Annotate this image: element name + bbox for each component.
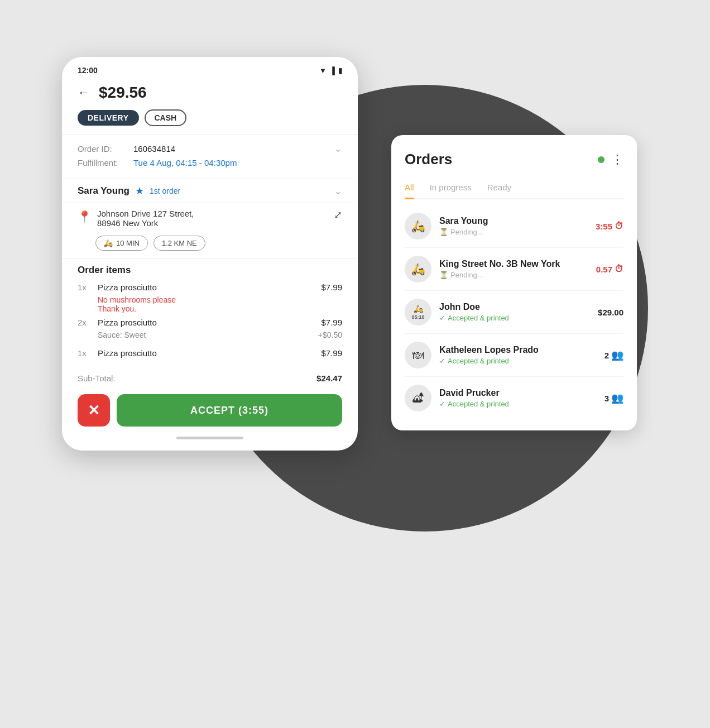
bike-icon: 🛵 — [104, 239, 113, 247]
chevron-icon: ⌄ — [334, 142, 342, 155]
status-bar: 12:00 ▼ ▐ ▮ — [62, 57, 358, 79]
order-status: ✓ Accepted & printed — [439, 357, 597, 365]
reject-icon: ✕ — [88, 402, 100, 419]
customer-section[interactable]: Sara Young ★ 1st order ⌄ — [62, 179, 358, 203]
action-buttons: ✕ ACCEPT (3:55) — [62, 386, 358, 431]
order-status: ✓ Accepted & printed — [439, 400, 597, 408]
order-item-row: 1x Pizza prosciutto $7.99 — [78, 282, 342, 292]
order-meta-price: $29.00 — [598, 308, 623, 317]
order-customer-name: Sara Young — [439, 216, 588, 226]
people-icon: 👥 — [611, 349, 623, 361]
accept-label: ACCEPT (3:55) — [190, 405, 268, 416]
order-list-item[interactable]: 🏕 David Prucker ✓ Accepted & printed 3 👥 — [405, 377, 623, 419]
delivery-badge: DELIVERY — [78, 110, 139, 126]
order-info: David Prucker ✓ Accepted & printed — [439, 388, 597, 408]
phone-card: 12:00 ▼ ▐ ▮ ← $29.56 DELIVERY CASH Order… — [62, 57, 358, 451]
item-note: No mushrooms pleaseThank you. — [98, 295, 342, 313]
order-meta-urgent: 3:55 ⏱ — [596, 221, 623, 231]
item-name: Pizza prosciutto — [98, 282, 321, 292]
order-icon-delivery: 🛵 — [405, 256, 431, 282]
fulfillment-value: Tue 4 Aug, 04:15 - 04:30pm — [133, 158, 237, 167]
order-status: ⏳ Pending... — [439, 271, 588, 279]
order-list-item[interactable]: 🛵 05:10 John Doe ✓ Accepted & printed $2… — [405, 291, 623, 334]
orders-panel: Orders ⋮ All In progress Ready 🛵 Sara Yo… — [391, 135, 637, 430]
item-quantity: 1x — [78, 282, 98, 292]
item-price: $7.99 — [321, 348, 342, 358]
orders-tabs: All In progress Ready — [405, 178, 623, 199]
order-list-item[interactable]: 🛵 Sara Young ⏳ Pending... 3:55 ⏱ — [405, 205, 623, 248]
timer-icon: ⏱ — [615, 221, 623, 231]
back-button[interactable]: ← — [78, 85, 90, 100]
order-status: ⏳ Pending... — [439, 228, 588, 236]
order-id-label: Order ID: — [78, 144, 133, 154]
order-icon-table: 🍽 — [405, 342, 431, 368]
tab-in-progress[interactable]: In progress — [430, 178, 472, 199]
cash-badge: CASH — [145, 109, 187, 126]
order-customer-name: David Prucker — [439, 388, 597, 398]
order-info: John Doe ✓ Accepted & printed — [439, 302, 590, 322]
order-list-item[interactable]: 🛵 King Street No. 3B New York ⏳ Pending.… — [405, 248, 623, 291]
order-item-row: 2x Pizza prosciutto $7.99 — [78, 318, 342, 327]
order-id-row: Order ID: 160634814 ⌄ — [78, 142, 342, 155]
order-time-badge: 05:10 — [411, 314, 424, 320]
order-icon-delivery: 🛵 05:10 — [405, 299, 431, 325]
item-price: $7.99 — [321, 318, 342, 327]
fulfillment-label: Fulfillment: — [78, 158, 133, 167]
order-items-title: Order items — [78, 265, 342, 276]
fulfillment-row: Fulfillment: Tue 4 Aug, 04:15 - 04:30pm — [78, 158, 342, 167]
sauce-row: Sauce: Sweet +$0.50 — [98, 331, 342, 344]
accept-button[interactable]: ACCEPT (3:55) — [117, 394, 342, 427]
address-section: 📍 Johnson Drive 127 Street, 88946 New Yo… — [62, 203, 358, 236]
customer-name: Sara Young — [78, 185, 129, 197]
location-pin-icon: 📍 — [78, 210, 92, 223]
subtotal-label: Sub-Total: — [78, 373, 116, 383]
timer-icon: ⏱ — [615, 264, 623, 274]
address-tags: 🛵 10 MIN 1.2 KM NE — [62, 236, 358, 258]
orders-header: Orders ⋮ — [405, 151, 623, 168]
order-customer-name: John Doe — [439, 302, 590, 312]
first-order-label: 1st order — [150, 186, 180, 195]
subtotal-row: Sub-Total: $24.47 — [62, 367, 358, 386]
order-badges: DELIVERY CASH — [62, 105, 358, 134]
item-name: Pizza prosciutto — [98, 318, 321, 327]
item-name: Pizza prosciutto — [98, 348, 321, 358]
home-indicator — [176, 437, 243, 439]
item-quantity: 1x — [78, 348, 98, 358]
sauce-price: +$0.50 — [318, 331, 342, 344]
order-icon-delivery: 🛵 — [405, 213, 431, 240]
order-meta-urgent: 0.57 ⏱ — [596, 264, 623, 274]
subtotal-value: $24.47 — [316, 373, 342, 383]
order-details-section: Order ID: 160634814 ⌄ Fulfillment: Tue 4… — [62, 135, 358, 179]
battery-icon: ▮ — [338, 66, 342, 75]
sauce-label: Sauce: Sweet — [98, 331, 146, 339]
more-options-icon[interactable]: ⋮ — [611, 152, 623, 167]
phone-header: ← $29.56 — [62, 79, 358, 105]
order-meta-people: 3 👥 — [605, 392, 623, 404]
order-info: Katheleen Lopes Prado ✓ Accepted & print… — [439, 345, 597, 365]
tab-all[interactable]: All — [405, 178, 414, 199]
online-status-dot — [598, 156, 605, 163]
status-icons: ▼ ▐ ▮ — [319, 66, 342, 75]
order-meta-people: 2 👥 — [605, 349, 623, 361]
item-price: $7.99 — [321, 282, 342, 292]
chevron-icon: ⌄ — [334, 185, 342, 197]
reject-button[interactable]: ✕ — [78, 394, 110, 427]
order-customer-name: Katheleen Lopes Prado — [439, 345, 597, 355]
order-customer-name: King Street No. 3B New York — [439, 259, 588, 269]
orders-title: Orders — [405, 151, 452, 168]
order-info: King Street No. 3B New York ⏳ Pending... — [439, 259, 588, 279]
order-status: ✓ Accepted & printed — [439, 314, 590, 322]
status-time: 12:00 — [78, 66, 98, 75]
orders-header-controls: ⋮ — [598, 152, 623, 167]
wifi-icon: ▼ — [319, 66, 327, 75]
distance-tag: 1.2 KM NE — [153, 236, 205, 251]
tab-ready[interactable]: Ready — [487, 178, 511, 199]
order-info: Sara Young ⏳ Pending... — [439, 216, 588, 236]
order-items-section: Order items 1x Pizza prosciutto $7.99 No… — [62, 259, 358, 367]
item-quantity: 2x — [78, 318, 98, 327]
order-id-value: 160634814 — [133, 144, 175, 154]
signal-icon: ▐ — [330, 66, 335, 75]
people-icon: 👥 — [611, 392, 623, 404]
external-link-icon[interactable]: ⤢ — [334, 209, 342, 221]
order-list-item[interactable]: 🍽 Katheleen Lopes Prado ✓ Accepted & pri… — [405, 334, 623, 377]
